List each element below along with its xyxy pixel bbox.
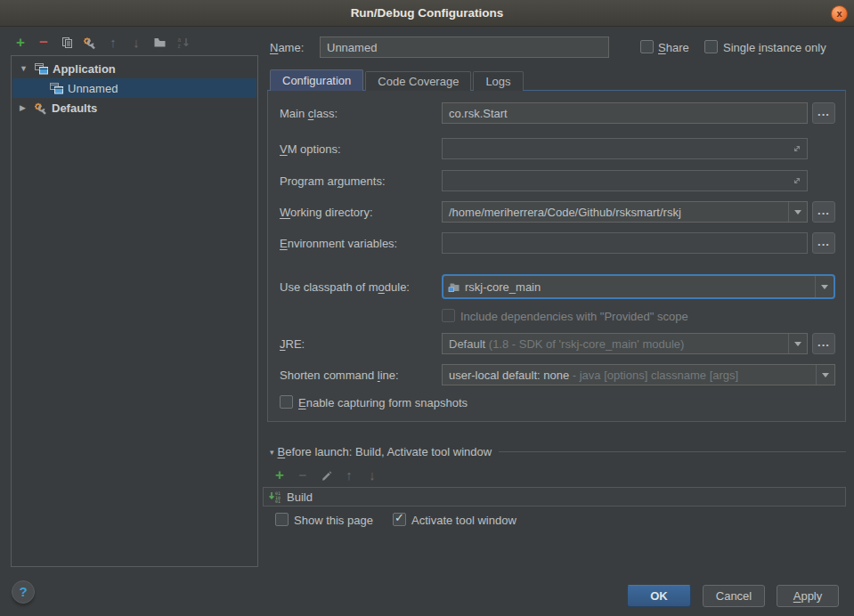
task-label: Build <box>287 490 313 504</box>
edit-defaults-button[interactable] <box>83 35 97 50</box>
expand-field-icon[interactable] <box>792 175 802 186</box>
titlebar[interactable]: Run/Debug Configurations x <box>0 0 854 27</box>
tab-code-coverage[interactable]: Code Coverage <box>365 71 471 91</box>
defaults-icon <box>34 101 48 115</box>
single-instance-checkbox[interactable] <box>704 40 718 53</box>
main-class-browse-button[interactable]: ... <box>812 102 835 124</box>
use-classpath-combo[interactable]: rskj-core_main <box>442 274 835 299</box>
tree-item-defaults[interactable]: ▶ Defaults <box>12 98 256 118</box>
working-directory-combo[interactable]: /home/meriherrera/Code/Github/rsksmart/r… <box>442 201 808 223</box>
folder-icon <box>153 36 167 48</box>
tree-item-unnamed[interactable]: Unnamed <box>12 78 256 98</box>
single-instance-label: Single instance only <box>723 41 826 54</box>
program-arguments-field[interactable] <box>442 170 808 191</box>
environment-variables-label: Environment variables: <box>280 237 397 250</box>
activate-tool-window-label: Activate tool window <box>411 514 516 527</box>
move-task-down-button[interactable]: ↓ <box>365 467 379 482</box>
tree-item-label: Application <box>53 62 116 76</box>
wrench-gear-icon <box>83 36 97 50</box>
show-this-page-checkbox[interactable] <box>275 513 289 526</box>
before-launch-section-header[interactable]: ▾ Before launch: Build, Activate tool wi… <box>270 445 846 458</box>
close-button[interactable]: x <box>831 5 848 22</box>
move-task-up-button[interactable]: ↑ <box>342 467 356 482</box>
pencil-icon <box>321 469 332 481</box>
tab-logs[interactable]: Logs <box>473 71 523 91</box>
working-directory-label: Working directory: <box>280 206 373 219</box>
application-icon <box>49 82 64 94</box>
tab-configuration[interactable]: Configuration <box>270 69 363 91</box>
window-title: Run/Debug Configurations <box>0 0 854 27</box>
copy-configuration-button[interactable] <box>60 35 74 50</box>
main-class-field[interactable]: co.rsk.Start <box>442 102 808 124</box>
before-launch-toolbar: + − ↑ ↓ <box>272 467 379 482</box>
svg-text:z: z <box>177 43 180 49</box>
name-input[interactable] <box>320 36 609 58</box>
shorten-command-line-label: Shorten command line: <box>280 369 399 382</box>
jre-label: JRE: <box>280 337 305 351</box>
add-configuration-button[interactable]: + <box>13 35 28 50</box>
configurations-tree: ▼ Application Unnamed <box>11 55 258 567</box>
edit-task-button[interactable] <box>319 467 333 482</box>
cancel-button[interactable]: Cancel <box>703 585 765 607</box>
sort-configurations-button[interactable]: a z <box>175 35 190 50</box>
name-label: Name: <box>270 41 304 54</box>
run-debug-configurations-dialog: Run/Debug Configurations x + − ↑ ↓ <box>0 0 854 616</box>
section-collapse-icon[interactable]: ▾ <box>270 448 274 457</box>
dropdown-arrow-icon[interactable] <box>788 334 807 353</box>
vm-options-label: VM options: <box>280 142 341 156</box>
remove-configuration-button[interactable]: − <box>37 35 51 50</box>
remove-task-button[interactable]: − <box>296 467 310 482</box>
jre-combo[interactable]: Default (1.8 - SDK of 'rskj-core_main' m… <box>442 333 808 354</box>
working-directory-browse-button[interactable]: ... <box>812 201 835 223</box>
dropdown-arrow-icon[interactable] <box>815 276 834 297</box>
sort-az-icon: a z <box>176 36 190 49</box>
move-down-button[interactable]: ↓ <box>129 35 143 50</box>
show-this-page-label: Show this page <box>294 514 373 527</box>
enable-capturing-label: Enable capturing form snapshots <box>298 396 468 409</box>
move-up-button[interactable]: ↑ <box>106 35 120 50</box>
new-folder-button[interactable] <box>152 35 167 50</box>
close-icon: x <box>836 8 842 19</box>
share-label: Share <box>658 41 689 54</box>
expand-arrow-icon[interactable]: ▶ <box>20 103 28 112</box>
dropdown-arrow-icon[interactable] <box>788 202 807 222</box>
configuration-tab-panel: Main class: co.rsk.Start ... VM options:… <box>267 90 846 422</box>
expand-field-icon[interactable] <box>792 143 802 154</box>
before-launch-label: Before launch: Build, Activate tool wind… <box>278 445 492 458</box>
help-icon: ? <box>19 584 27 599</box>
add-task-button[interactable]: + <box>272 467 287 482</box>
tabbar: Configuration Code Coverage Logs <box>270 69 525 91</box>
tree-item-application[interactable]: ▼ Application <box>12 59 256 78</box>
copy-icon <box>61 36 73 49</box>
dropdown-arrow-icon[interactable] <box>816 365 834 385</box>
tree-item-label: Defaults <box>52 101 97 115</box>
shorten-command-line-combo[interactable]: user-local default: none - java [options… <box>442 364 835 385</box>
tree-item-label: Unnamed <box>68 82 118 95</box>
vm-options-field[interactable] <box>442 138 808 159</box>
use-classpath-label: Use classpath of module: <box>280 280 410 294</box>
application-icon <box>34 62 49 75</box>
jre-browse-button[interactable]: ... <box>812 333 835 354</box>
activate-tool-window-checkbox[interactable] <box>393 513 406 526</box>
share-checkbox[interactable] <box>640 40 654 53</box>
apply-button[interactable]: Apply <box>777 585 839 607</box>
separator-line <box>499 451 846 452</box>
svg-text:01: 01 <box>275 499 281 504</box>
help-button[interactable]: ? <box>12 580 35 604</box>
enable-capturing-checkbox[interactable] <box>280 395 293 409</box>
before-launch-task-row[interactable]: 01 10 01 Build <box>263 487 846 507</box>
program-arguments-label: Program arguments: <box>280 174 386 188</box>
ok-button[interactable]: OK <box>627 585 691 607</box>
include-dependencies-label: Include dependencies with "Provided" sco… <box>460 310 688 323</box>
environment-variables-browse-button[interactable]: ... <box>812 232 835 254</box>
environment-variables-field[interactable] <box>442 232 808 254</box>
collapse-arrow-icon[interactable]: ▼ <box>20 64 28 73</box>
include-dependencies-checkbox[interactable] <box>442 309 455 322</box>
build-icon: 01 10 01 <box>268 490 282 504</box>
main-class-label: Main class: <box>280 107 338 120</box>
configurations-toolbar: + − ↑ ↓ <box>13 35 190 50</box>
module-icon <box>448 281 460 293</box>
